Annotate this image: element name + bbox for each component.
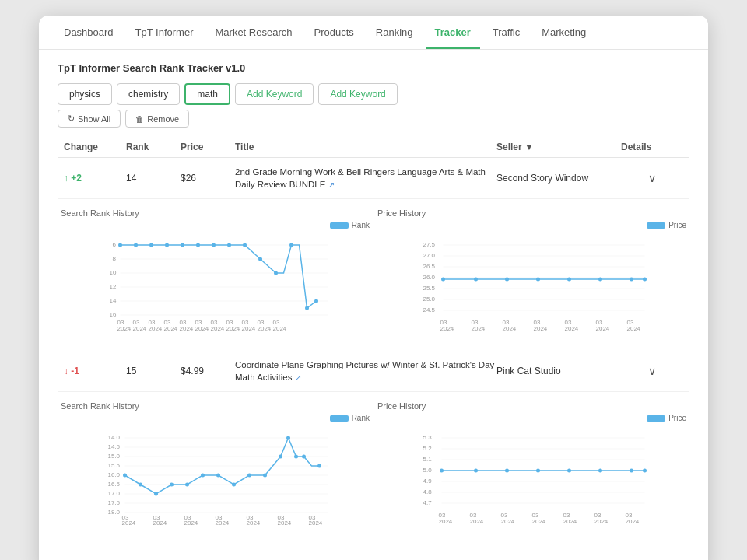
svg-text:17.0: 17.0 bbox=[108, 490, 121, 497]
svg-text:2024: 2024 bbox=[278, 520, 292, 527]
svg-point-145 bbox=[440, 469, 444, 473]
svg-text:2024: 2024 bbox=[133, 325, 147, 332]
title-2: Coordinate Plane Graphing Pictures w/ Wi… bbox=[235, 359, 496, 383]
svg-point-149 bbox=[567, 469, 571, 473]
svg-text:2024: 2024 bbox=[216, 520, 230, 527]
svg-point-103 bbox=[139, 483, 142, 487]
price-legend-color-2 bbox=[647, 415, 665, 422]
keyword-math[interactable]: math bbox=[184, 83, 230, 105]
rank-svg-1: 6 8 10 12 14 16 bbox=[61, 231, 370, 332]
svg-text:25.5: 25.5 bbox=[423, 285, 436, 292]
rank-legend-color-2 bbox=[330, 415, 349, 422]
svg-point-64 bbox=[505, 278, 509, 282]
col-seller: Seller ▼ bbox=[496, 142, 621, 152]
svg-text:26.5: 26.5 bbox=[423, 263, 436, 270]
svg-point-104 bbox=[154, 492, 158, 496]
svg-point-148 bbox=[536, 469, 540, 473]
price-chart-1: Price History Price 27.5 27.0 26.5 26.0 … bbox=[377, 205, 686, 338]
svg-point-111 bbox=[263, 474, 267, 478]
search-rank-title-1: Search Rank History bbox=[61, 208, 370, 218]
svg-text:4.7: 4.7 bbox=[423, 499, 433, 506]
nav-products[interactable]: Products bbox=[304, 16, 363, 49]
app-container: Dashboard TpT Informer Market Research P… bbox=[39, 16, 708, 560]
search-rank-chart-2: Search Rank History Rank 14.0 14.5 15.0 … bbox=[61, 398, 370, 531]
svg-point-21 bbox=[258, 257, 262, 261]
svg-text:2024: 2024 bbox=[180, 325, 194, 332]
nav-traffic[interactable]: Traffic bbox=[483, 16, 529, 49]
svg-point-14 bbox=[149, 243, 153, 247]
svg-text:2024: 2024 bbox=[627, 325, 641, 332]
price-title-1: Price History bbox=[377, 208, 686, 218]
svg-text:2024: 2024 bbox=[164, 325, 178, 332]
details-chevron-1[interactable]: ∨ bbox=[621, 172, 683, 184]
svg-text:2024: 2024 bbox=[184, 520, 198, 527]
svg-text:10: 10 bbox=[110, 269, 117, 276]
nav-ranking[interactable]: Ranking bbox=[366, 16, 423, 49]
svg-point-16 bbox=[181, 243, 184, 247]
svg-text:18.0: 18.0 bbox=[108, 509, 121, 516]
change-value-1: ↑ +2 bbox=[64, 173, 126, 184]
svg-text:16: 16 bbox=[110, 311, 117, 318]
price-legend-2: Price bbox=[377, 414, 686, 422]
svg-text:2024: 2024 bbox=[470, 518, 484, 525]
svg-text:2024: 2024 bbox=[195, 325, 209, 332]
keyword-chemistry[interactable]: chemistry bbox=[117, 83, 180, 105]
add-keyword-btn-1[interactable]: Add Keyword bbox=[235, 83, 314, 105]
svg-text:2024: 2024 bbox=[501, 518, 515, 525]
main-content: TpT Informer Search Rank Tracker v1.0 ph… bbox=[39, 50, 708, 556]
svg-point-108 bbox=[216, 474, 220, 478]
svg-text:2024: 2024 bbox=[626, 518, 640, 525]
col-price: Price bbox=[181, 142, 235, 152]
svg-point-68 bbox=[630, 278, 633, 282]
svg-text:16.0: 16.0 bbox=[108, 471, 121, 478]
charts-row-1: Search Rank History Rank 6 8 10 12 14 16 bbox=[58, 205, 689, 338]
svg-text:26.0: 26.0 bbox=[423, 274, 436, 281]
svg-point-18 bbox=[212, 243, 216, 247]
price-legend-1: Price bbox=[377, 221, 686, 229]
svg-text:2024: 2024 bbox=[472, 325, 486, 332]
svg-text:2024: 2024 bbox=[309, 520, 323, 527]
svg-text:15.0: 15.0 bbox=[108, 453, 121, 460]
svg-text:2024: 2024 bbox=[117, 325, 132, 332]
table-header: Change Rank Price Title Seller ▼ Details bbox=[58, 137, 689, 158]
svg-point-110 bbox=[247, 474, 251, 478]
svg-text:2024: 2024 bbox=[226, 325, 240, 332]
price-legend-color-1 bbox=[647, 222, 665, 229]
remove-icon: 🗑 bbox=[135, 114, 144, 124]
rank-legend-color-1 bbox=[330, 222, 349, 229]
nav-market-research[interactable]: Market Research bbox=[206, 16, 302, 49]
svg-text:17.5: 17.5 bbox=[108, 499, 121, 506]
keyword-physics[interactable]: physics bbox=[58, 83, 112, 105]
svg-text:2024: 2024 bbox=[503, 325, 517, 332]
remove-btn[interactable]: 🗑 Remove bbox=[125, 110, 189, 128]
svg-point-22 bbox=[274, 271, 278, 275]
nav-marketing[interactable]: Marketing bbox=[532, 16, 595, 49]
add-keyword-btn-2[interactable]: Add Keyword bbox=[318, 83, 397, 105]
actions-row: ↻ Show All 🗑 Remove bbox=[58, 110, 689, 128]
nav-tpt-informer[interactable]: TpT Informer bbox=[126, 16, 203, 49]
rank-value-2: 15 bbox=[126, 366, 181, 376]
svg-text:4.8: 4.8 bbox=[423, 488, 433, 495]
svg-text:8: 8 bbox=[113, 255, 117, 262]
change-value-2: ↓ -1 bbox=[64, 366, 126, 376]
svg-text:24.5: 24.5 bbox=[423, 306, 436, 313]
svg-point-65 bbox=[536, 278, 540, 282]
price-chart-2: Price History Price 5.3 5.2 5.1 5.0 4.9 … bbox=[377, 398, 686, 531]
svg-text:2024: 2024 bbox=[247, 520, 261, 527]
table-row: ↑ +2 14 $26 2nd Grade Morning Work & Bel… bbox=[58, 158, 689, 199]
col-title: Title bbox=[235, 142, 496, 152]
svg-text:27.5: 27.5 bbox=[423, 241, 436, 248]
search-rank-title-2: Search Rank History bbox=[61, 401, 370, 411]
nav-dashboard[interactable]: Dashboard bbox=[54, 16, 123, 49]
search-rank-legend-2: Rank bbox=[61, 414, 370, 422]
nav-tracker[interactable]: Tracker bbox=[426, 16, 480, 49]
svg-point-15 bbox=[165, 243, 169, 247]
svg-point-13 bbox=[134, 243, 138, 247]
svg-text:2024: 2024 bbox=[440, 325, 454, 332]
svg-point-106 bbox=[185, 483, 189, 487]
price-value-2: $4.99 bbox=[181, 366, 235, 376]
details-chevron-2[interactable]: ∨ bbox=[621, 365, 683, 377]
svg-text:4.9: 4.9 bbox=[423, 478, 433, 485]
svg-point-20 bbox=[243, 243, 247, 247]
show-all-btn[interactable]: ↻ Show All bbox=[58, 110, 121, 128]
